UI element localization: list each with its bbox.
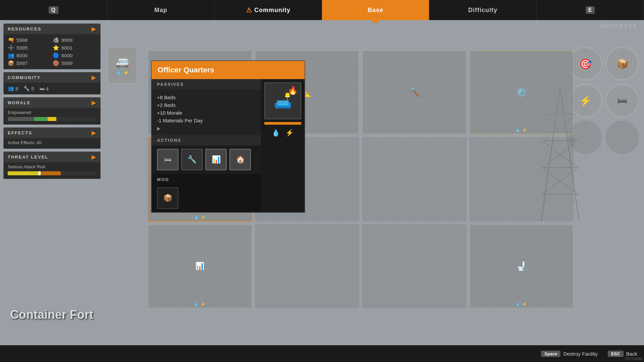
nav-q-key[interactable]: Q — [0, 0, 107, 20]
threat-header: THREAT LEVEL ▶ — [4, 152, 100, 162]
fuel-icon: 🔵 — [53, 52, 59, 59]
resource-item-3: ⭐ 6001 — [53, 45, 96, 51]
nav-arrow — [372, 20, 380, 24]
oq-card-resources: 💧 ⚡ — [194, 215, 206, 220]
resource-item-0: 🔫 5988 — [8, 37, 51, 43]
facility-card-7[interactable] — [469, 137, 574, 221]
mod-header: MOD — [157, 177, 256, 185]
resource-val-2: 5995 — [16, 45, 28, 51]
passive-2: +10 Morale — [157, 109, 256, 117]
morale-expand[interactable]: ▶ — [92, 100, 96, 106]
game-area: OUTPOSTS RESOURCES ▶ 🔫 5988 🪨 9999 ➕ 5 — [0, 20, 644, 345]
morale-bar-empty — [56, 117, 96, 121]
oq-power-icon: ⚡ — [285, 129, 294, 137]
vehicle-3-resources: 💧 ⚡ — [116, 70, 129, 75]
nav-community[interactable]: ⚠ Community — [215, 0, 322, 20]
difficulty-label: Difficulty — [468, 7, 497, 14]
left-panel: RESOURCES ▶ 🔫 5988 🪨 9999 ➕ 5995 ⭐ — [3, 23, 101, 179]
facility-card-8[interactable]: 📊 💧 ⚡ — [148, 224, 252, 308]
people-icon: 👥 — [8, 52, 14, 59]
resource-val-4: 6000 — [16, 53, 28, 58]
destroy-key: Space — [541, 351, 560, 357]
f8-power: ⚡ — [201, 302, 206, 306]
morale-header: MORALE ▶ — [4, 98, 100, 108]
officer-quarters-popup: Officer Quarters PASSIVES +8 Beds +2 Bed… — [151, 60, 305, 213]
circle-empty-2[interactable] — [605, 121, 639, 154]
effects-expand[interactable]: ▶ — [92, 130, 96, 136]
oq-power: ⚡ — [201, 215, 206, 220]
oq-facility-image: 🔥 🛋️ — [264, 82, 301, 119]
vehicle-3-icon: 🚐 — [116, 56, 129, 68]
back-action[interactable]: ESC Back — [608, 351, 637, 357]
mod-btn-0[interactable]: 📦 — [157, 187, 178, 209]
nav-difficulty[interactable]: Difficulty — [429, 0, 537, 20]
crate-icon: 📦 — [616, 58, 629, 70]
passive-1: +2 Beds — [157, 101, 256, 109]
ammo-icon: 🔫 — [8, 37, 14, 43]
vehicle-3-water: 💧 — [116, 70, 121, 75]
actions-header: ACTIONS — [152, 135, 261, 145]
action-btn-shelter[interactable]: 🏠 — [229, 149, 251, 170]
survivors-count: 8 — [15, 86, 18, 92]
threat-content: Serious Attack Risk — [4, 162, 100, 179]
resource-item-6: 📦 5997 — [8, 60, 51, 66]
toilet-water: 💧 — [516, 302, 520, 306]
nav-map[interactable]: Map — [107, 0, 215, 20]
resource-item-2: ➕ 5995 — [8, 45, 51, 51]
community-beds: 🛏 4 — [40, 86, 49, 92]
morale-title: MORALE — [8, 100, 31, 105]
passives-list: +8 Beds +2 Beds +10 Morale -1 Materials … — [152, 89, 261, 135]
resource-val-1: 9999 — [61, 37, 72, 43]
gear-water: 💧 — [516, 128, 520, 132]
circle-bed[interactable]: 🛏 — [605, 84, 639, 117]
oq-facility-resources: 💧 ⚡ — [272, 129, 294, 137]
food-icon: 📦 — [8, 60, 14, 66]
alert-icon: ⚠ — [246, 6, 252, 14]
threat-expand[interactable]: ▶ — [92, 154, 96, 160]
passives-more-arrow[interactable]: ▶ — [157, 126, 256, 131]
facility-card-6[interactable] — [362, 137, 467, 221]
effects-panel: EFFECTS ▶ Active Effects: 40 — [3, 127, 101, 149]
facility-card-3[interactable]: 🔨 — [362, 50, 467, 134]
facility-gear-icon: ⚙️ — [516, 87, 527, 98]
map-label: Map — [154, 7, 167, 14]
facility-card-10[interactable] — [362, 224, 467, 308]
facility-card-9[interactable] — [255, 224, 360, 308]
nav-base[interactable]: Base — [322, 0, 429, 20]
right-facility-circles: 🎯 📦 ⚡ 🛏 — [569, 47, 639, 154]
actions-row: 🛏 🔧 📊 🏠 — [157, 149, 256, 170]
resource-val-0: 5988 — [16, 37, 28, 43]
resources-grid: 🔫 5988 🪨 9999 ➕ 5995 ⭐ 6001 👥 6000 — [4, 34, 100, 69]
morale-panel: MORALE ▶ Empowered — [3, 97, 101, 125]
community-row: 👥 8 🔧 5 🛏 4 — [4, 83, 100, 94]
resource-item-4: 👥 6000 — [8, 52, 51, 59]
action-btn-monitor[interactable]: 📊 — [205, 149, 227, 170]
facility-toilet[interactable]: 🚽 💧 ⚡ — [469, 224, 574, 308]
resources-expand[interactable]: ▶ — [92, 26, 96, 32]
survivors-icon: 👥 — [8, 85, 14, 92]
action-btn-sleep[interactable]: 🛏 — [157, 149, 178, 170]
influence-icon: ⭐ — [53, 45, 59, 51]
morale-bar-dark — [8, 117, 34, 121]
effects-header: EFFECTS ▶ — [4, 128, 100, 138]
workers-count: 5 — [31, 86, 34, 92]
destroy-action[interactable]: Space Destroy Facility — [541, 351, 598, 357]
lightning-icon: ⚡ — [579, 95, 592, 107]
resources-panel: RESOURCES ▶ 🔫 5988 🪨 9999 ➕ 5995 ⭐ — [3, 23, 101, 69]
gear-power: ⚡ — [522, 128, 527, 132]
oq-water: 💧 — [194, 215, 199, 220]
nav-e-key[interactable]: E — [537, 0, 644, 20]
base-name: Container Fort — [10, 308, 93, 322]
community-workers: 🔧 5 — [23, 85, 34, 92]
resource-item-5: 🔵 6000 — [53, 52, 96, 59]
materials-icon: 🪨 — [53, 37, 59, 43]
beds-icon: 🛏 — [40, 86, 45, 92]
circle-materials[interactable]: 📦 — [605, 47, 639, 80]
facility-card-gear[interactable]: ⚙️ 💧 ⚡ — [469, 50, 574, 134]
vehicle-slot-3[interactable]: 🚐 💧 ⚡ — [107, 47, 138, 84]
community-expand[interactable]: ▶ — [92, 74, 96, 81]
action-btn-upgrade[interactable]: 🔧 — [181, 149, 203, 170]
destroy-label: Destroy Facility — [563, 351, 598, 357]
actions-section: ACTIONS 🛏 🔧 📊 🏠 — [152, 135, 261, 174]
effects-label: Active Effects: 40 — [8, 140, 96, 145]
